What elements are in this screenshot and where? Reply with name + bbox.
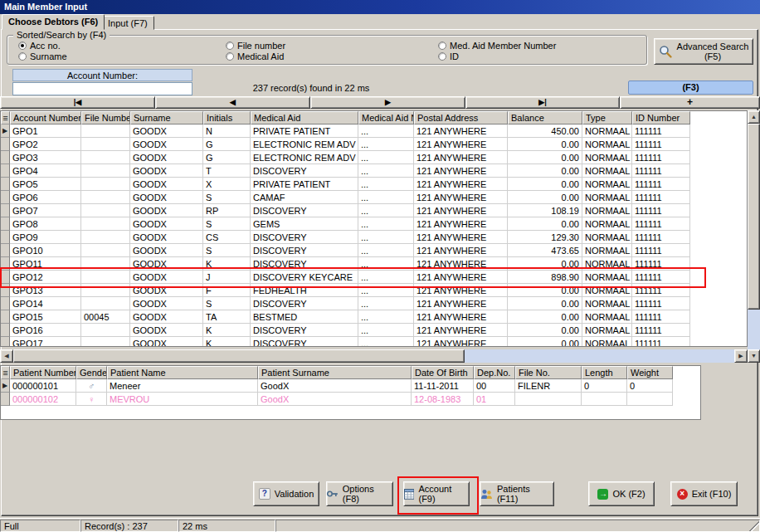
- debtor-cell[interactable]: [81, 271, 130, 284]
- debtor-row[interactable]: GPO8GOODXSGEMS...121 ANYWHERE0.00NORMAAL…: [1, 217, 690, 231]
- f3-button[interactable]: (F3): [628, 81, 753, 95]
- patient-column-header[interactable]: Dep.No.: [474, 366, 515, 379]
- debtor-cell[interactable]: GOODX: [130, 164, 203, 178]
- debtor-cell[interactable]: N: [203, 124, 251, 138]
- debtor-cell[interactable]: 111111: [632, 138, 690, 151]
- debtor-cell[interactable]: ...: [358, 204, 414, 217]
- patient-cell[interactable]: 000000102: [10, 393, 76, 406]
- debtor-cell[interactable]: 111111: [632, 271, 690, 284]
- tab-input[interactable]: Input (F7): [101, 16, 154, 30]
- debtor-cell[interactable]: ...: [358, 178, 414, 191]
- debtor-cell[interactable]: GPO4: [10, 164, 81, 178]
- patient-cell[interactable]: MEVROU: [107, 393, 258, 406]
- debtor-row[interactable]: GPO14GOODXSDISCOVERY...121 ANYWHERE0.00N…: [1, 297, 690, 310]
- debtor-cell[interactable]: PRIVATE PATIENT: [251, 178, 358, 191]
- debtor-cell[interactable]: CAMAF: [251, 191, 358, 204]
- scroll-right-icon[interactable]: ▶: [734, 349, 748, 363]
- horizontal-scroll-thumb[interactable]: [13, 349, 465, 363]
- debtor-cell[interactable]: CS: [203, 231, 251, 244]
- debtor-cell[interactable]: 473.65: [508, 244, 582, 257]
- debtor-cell[interactable]: 111111: [632, 337, 690, 347]
- tab-choose-debtors[interactable]: Choose Debtors (F6): [2, 14, 105, 30]
- debtor-cell[interactable]: 0.00: [508, 337, 582, 347]
- debtor-cell[interactable]: G: [203, 138, 251, 151]
- debtor-cell[interactable]: 111111: [632, 284, 690, 297]
- validation-button[interactable]: ? Validation: [253, 481, 319, 506]
- debtor-cell[interactable]: ...: [358, 164, 414, 178]
- debtor-cell[interactable]: GOODX: [130, 337, 203, 347]
- patient-column-header[interactable]: Patient Name: [107, 366, 258, 379]
- debtor-cell[interactable]: 0.00: [508, 164, 582, 178]
- debtor-cell[interactable]: ...: [358, 297, 414, 310]
- debtor-cell[interactable]: 121 ANYWHERE: [414, 178, 508, 191]
- debtor-cell[interactable]: ...: [358, 337, 414, 347]
- debtor-cell[interactable]: NORMAAL: [582, 297, 632, 310]
- nav-next-button[interactable]: ▶: [310, 96, 465, 109]
- radio-acc-no[interactable]: Acc no.: [18, 41, 61, 51]
- debtor-cell[interactable]: NORMAAL: [582, 204, 632, 217]
- patients-button[interactable]: Patients (F11): [480, 481, 554, 506]
- patient-column-header[interactable]: Patient Number: [10, 366, 76, 379]
- patient-row[interactable]: ▶000000101♂MeneerGoodX11-11-201100FILENR…: [1, 379, 673, 393]
- debtor-cell[interactable]: S: [203, 244, 251, 257]
- debtor-cell[interactable]: 121 ANYWHERE: [414, 297, 508, 310]
- debtor-row[interactable]: GPO6GOODXSCAMAF...121 ANYWHERE0.00NORMAA…: [1, 191, 690, 204]
- debtor-cell[interactable]: 111111: [632, 151, 690, 164]
- debtor-cell[interactable]: [81, 178, 130, 191]
- debtor-cell[interactable]: ...: [358, 231, 414, 244]
- debtor-column-header[interactable]: Initials: [203, 111, 251, 124]
- debtor-cell[interactable]: ELECTRONIC REM ADV: [251, 138, 358, 151]
- debtor-cell[interactable]: DISCOVERY: [251, 231, 358, 244]
- debtor-cell[interactable]: GOODX: [130, 217, 203, 231]
- debtor-cell[interactable]: 111111: [632, 164, 690, 178]
- debtor-cell[interactable]: GPO3: [10, 151, 81, 164]
- debtor-cell[interactable]: GPO1: [10, 124, 81, 138]
- debtor-cell[interactable]: 0.00: [508, 324, 582, 337]
- debtor-cell[interactable]: GPO15: [10, 310, 81, 324]
- title-bar[interactable]: Main Member Input: [0, 0, 760, 14]
- nav-last-button[interactable]: ▶|: [465, 96, 620, 109]
- debtor-row[interactable]: ▶GPO1GOODXNPRIVATE PATIENT...121 ANYWHER…: [1, 124, 690, 138]
- debtor-cell[interactable]: DISCOVERY KEYCARE: [251, 271, 358, 284]
- debtor-cell[interactable]: 121 ANYWHERE: [414, 164, 508, 178]
- debtor-cell[interactable]: [81, 124, 130, 138]
- debtor-cell[interactable]: 0.00: [508, 151, 582, 164]
- debtor-cell[interactable]: [81, 217, 130, 231]
- debtor-cell[interactable]: NORMAAL: [582, 284, 632, 297]
- debtor-cell[interactable]: GPO14: [10, 297, 81, 310]
- debtor-cell[interactable]: DISCOVERY: [251, 244, 358, 257]
- debtor-cell[interactable]: S: [203, 297, 251, 310]
- account-button[interactable]: Account (F9): [403, 481, 470, 506]
- debtor-cell[interactable]: [81, 284, 130, 297]
- debtor-cell[interactable]: DISCOVERY: [251, 297, 358, 310]
- debtor-cell[interactable]: GPO8: [10, 217, 81, 231]
- debtor-column-header[interactable]: Type: [582, 111, 632, 124]
- debtor-cell[interactable]: 00045: [81, 310, 130, 324]
- resize-grip-icon[interactable]: [749, 521, 759, 531]
- debtor-cell[interactable]: NORMAAL: [582, 217, 632, 231]
- patient-cell[interactable]: FILENR: [515, 379, 582, 393]
- debtor-cell[interactable]: 0.00: [508, 297, 582, 310]
- patient-cell[interactable]: 12-08-1983: [412, 393, 474, 406]
- debtor-cell[interactable]: GOODX: [130, 124, 203, 138]
- debtor-cell[interactable]: 121 ANYWHERE: [414, 204, 508, 217]
- debtor-cell[interactable]: 121 ANYWHERE: [414, 244, 508, 257]
- debtor-cell[interactable]: GOODX: [130, 271, 203, 284]
- debtor-column-header[interactable]: Postal Address: [414, 111, 508, 124]
- debtor-row[interactable]: GPO2GOODXGELECTRONIC REM ADV...121 ANYWH…: [1, 138, 690, 151]
- patient-row[interactable]: 000000102♀MEVROUGoodX12-08-198301: [1, 393, 673, 406]
- debtor-cell[interactable]: ...: [358, 124, 414, 138]
- debtor-cell[interactable]: ...: [358, 138, 414, 151]
- horizontal-scrollbar[interactable]: ◀ ▶: [0, 349, 748, 363]
- debtor-cell[interactable]: GOODX: [130, 231, 203, 244]
- debtor-cell[interactable]: 111111: [632, 324, 690, 337]
- debtor-cell[interactable]: NORMAAL: [582, 271, 632, 284]
- debtor-cell[interactable]: GOODX: [130, 297, 203, 310]
- debtor-cell[interactable]: 0.00: [508, 284, 582, 297]
- debtor-cell[interactable]: 121 ANYWHERE: [414, 124, 508, 138]
- debtor-cell[interactable]: NORMAAL: [582, 257, 632, 271]
- debtor-cell[interactable]: [81, 164, 130, 178]
- nav-prev-button[interactable]: ◀: [155, 96, 310, 109]
- debtor-cell[interactable]: G: [203, 151, 251, 164]
- debtor-cell[interactable]: DISCOVERY: [251, 257, 358, 271]
